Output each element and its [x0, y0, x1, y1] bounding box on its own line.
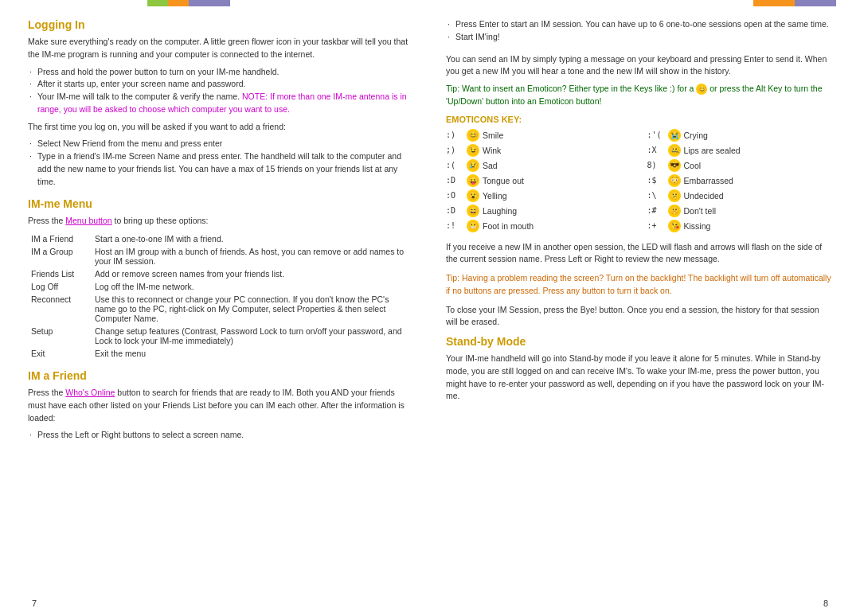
- bar-purple-right2: [815, 0, 836, 6]
- bar-purple-right1: [795, 0, 815, 6]
- im-a-friend-intro: Press the Who's Online button to search …: [28, 387, 414, 424]
- menu-table: IM a Friend Start a one-to-one IM with a…: [28, 232, 414, 360]
- smiley-dont-tell: 🤫: [668, 205, 681, 217]
- stand-by-mode-body: Your IM-me handheld will go into Stand-b…: [446, 353, 832, 403]
- whos-online-link: Who's Online: [65, 388, 115, 397]
- smiley-wink: 😉: [467, 144, 479, 157]
- menu-term: IM a Friend: [28, 232, 92, 245]
- right-bullets-section: Press Enter to start an IM session. You …: [446, 18, 832, 44]
- smiley-embarrassed: 😳: [668, 174, 681, 187]
- emoticon-row: :+ 😘 Kissing: [647, 220, 833, 232]
- emoticon-row: :D 😄 Laughing: [446, 205, 631, 217]
- emoticons-grid: :) 😊 Smile ;) 😉 Wink :( 😢 Sad: [446, 129, 832, 235]
- right-para2: If you receive a new IM in another open …: [446, 241, 832, 267]
- menu-def: Add or remove screen names from your fri…: [92, 267, 414, 280]
- bar-orange-left: [168, 0, 189, 6]
- menu-term: Friends List: [28, 267, 92, 280]
- top-color-bar: [0, 0, 860, 6]
- smiley-cool: 😎: [668, 159, 681, 172]
- right-bullets: Press Enter to start an IM session. You …: [446, 18, 832, 44]
- menu-def: Host an IM group with a bunch of friends…: [92, 245, 414, 267]
- bullet-item: Your IM-me will talk to the computer & v…: [28, 91, 414, 116]
- im-me-menu-section: IM-me Menu Press the Menu button to brin…: [28, 197, 414, 360]
- table-row: Friends List Add or remove screen names …: [28, 267, 414, 280]
- im-a-friend-section: IM a Friend Press the Who's Online butto…: [28, 369, 414, 442]
- page-number-right: 8: [823, 598, 828, 608]
- emoticon-row: :O 😮 Yelling: [446, 189, 631, 202]
- emoticon-row: :! 😬 Foot in mouth: [446, 220, 631, 232]
- table-row: Reconnect Use this to reconnect or chang…: [28, 293, 414, 325]
- right-para3: To close your IM Session, press the Bye!…: [446, 304, 832, 329]
- menu-def: Log off the IM-me network.: [92, 280, 414, 293]
- bar-orange-right2: [774, 0, 795, 6]
- bar-purple-left2: [209, 0, 230, 6]
- tip-green: Tip: Want to insert an Emoticon? Either …: [446, 83, 832, 108]
- menu-term: Exit: [28, 347, 92, 360]
- menu-def: Start a one-to-one IM with a friend.: [92, 232, 414, 245]
- right-column: Press Enter to start an IM session. You …: [442, 14, 836, 591]
- emoticon-row: :$ 😳 Embarrassed: [647, 174, 833, 187]
- left-column: Logging In Make sure everything's ready …: [24, 14, 418, 591]
- page-number-left: 7: [32, 598, 37, 608]
- menu-def: Exit the menu: [92, 347, 414, 360]
- bullet-item: Select New Friend from the menu and pres…: [28, 138, 414, 150]
- table-row: Setup Change setup features (Contrast, P…: [28, 325, 414, 347]
- smiley-sad: 😢: [467, 159, 479, 172]
- im-me-menu-title: IM-me Menu: [28, 197, 414, 210]
- emoticon-row: :D 😛 Tongue out: [446, 174, 631, 187]
- menu-term: Setup: [28, 325, 92, 347]
- first-time-text: The first time you log on, you will be a…: [28, 121, 414, 134]
- im-a-friend-bullets: Press the Left or Right buttons to selec…: [28, 429, 414, 442]
- smiley-kissing: 😘: [668, 220, 681, 232]
- emoticon-row: 8) 😎 Cool: [647, 159, 833, 172]
- table-row: IM a Friend Start a one-to-one IM with a…: [28, 232, 414, 245]
- im-me-menu-intro: Press the Menu button to bring up these …: [28, 215, 414, 228]
- smiley-cry: 😭: [668, 129, 681, 142]
- smiley-smile: 😊: [467, 129, 479, 142]
- im-a-friend-title: IM a Friend: [28, 369, 414, 382]
- logging-in-bullets: Press and hold the power button to turn …: [28, 66, 414, 116]
- smiley-laugh: 😄: [467, 205, 479, 217]
- table-row: IM a Group Host an IM group with a bunch…: [28, 245, 414, 267]
- logging-in-title: Logging In: [28, 18, 414, 31]
- table-row: Log Off Log off the IM-me network.: [28, 280, 414, 293]
- smiley-yell: 😮: [467, 189, 479, 202]
- stand-by-mode-title: Stand-by Mode: [446, 335, 832, 348]
- menu-def: Change setup features (Contrast, Passwor…: [92, 325, 414, 347]
- smiley-undecided: 😕: [668, 189, 681, 202]
- menu-term: Reconnect: [28, 293, 92, 325]
- menu-term: Log Off: [28, 280, 92, 293]
- logging-in-section: Logging In Make sure everything's ready …: [28, 18, 414, 188]
- page-numbers: 7 8: [0, 598, 860, 608]
- table-row: Exit Exit the menu: [28, 347, 414, 360]
- smiley-tongue: 😛: [467, 174, 479, 187]
- menu-button-label: Menu button: [65, 216, 111, 225]
- bar-orange-right1: [753, 0, 774, 6]
- emoticon-row: :'( 😭 Crying: [647, 129, 833, 142]
- emoticon-row: :( 😢 Sad: [446, 159, 631, 172]
- main-content: Logging In Make sure everything's ready …: [0, 6, 860, 598]
- bullet-item: Type in a friend's IM-me Screen Name and…: [28, 150, 414, 188]
- tip-orange: Tip: Having a problem reading the screen…: [446, 272, 832, 298]
- emoticon-row: :) 😊 Smile: [446, 129, 631, 142]
- emoticon-row: :# 🤫 Don't tell: [647, 205, 833, 217]
- bullet-item: Start IM'ing!: [446, 31, 832, 44]
- bar-green-left: [147, 0, 168, 6]
- bar-purple-left1: [189, 0, 209, 6]
- emoticon-row: ;) 😉 Wink: [446, 144, 631, 157]
- smiley-lips-sealed: 🤐: [668, 144, 681, 157]
- bullet-item: After it starts up, enter your screen na…: [28, 78, 414, 91]
- emoticons-title: EMOTICONS KEY:: [446, 115, 832, 124]
- menu-def: Use this to reconnect or change your PC …: [92, 293, 414, 325]
- bullet-item: Press Enter to start an IM session. You …: [446, 18, 832, 31]
- bullet-item: Press and hold the power button to turn …: [28, 66, 414, 79]
- logging-in-bullets2: Select New Friend from the menu and pres…: [28, 138, 414, 188]
- emoticons-col-right: :'( 😭 Crying :X 🤐 Lips are sealed 8) 😎 C…: [647, 129, 833, 235]
- logging-in-intro: Make sure everything's ready on the comp…: [28, 36, 414, 61]
- smiley-icon: 😊: [696, 84, 707, 95]
- stand-by-mode-section: Stand-by Mode Your IM-me handheld will g…: [446, 335, 832, 403]
- smiley-foot: 😬: [467, 220, 479, 232]
- emoticons-col-left: :) 😊 Smile ;) 😉 Wink :( 😢 Sad: [446, 129, 631, 235]
- emoticon-row: :\ 😕 Undecided: [647, 189, 833, 202]
- emoticons-section: EMOTICONS KEY: :) 😊 Smile ;) 😉 Wink :(: [446, 115, 832, 235]
